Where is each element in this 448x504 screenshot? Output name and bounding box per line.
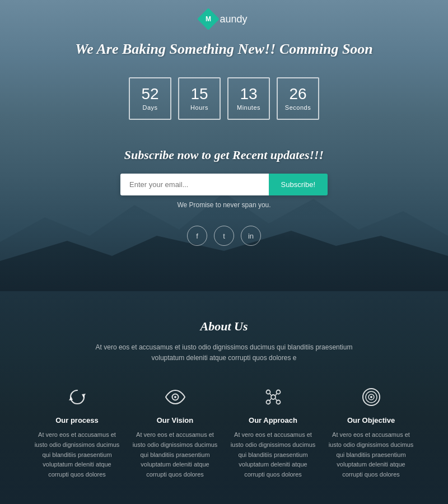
logo-name: aundy <box>220 13 247 25</box>
countdown-days-label: Days <box>142 104 157 111</box>
subscribe-note: We Promise to never span you. <box>120 201 328 209</box>
vision-icon <box>165 386 186 408</box>
svg-line-9 <box>270 394 271 395</box>
countdown-seconds-value: 26 <box>289 86 306 102</box>
countdown-days-value: 52 <box>141 86 158 102</box>
email-input[interactable] <box>120 174 269 195</box>
svg-marker-1 <box>69 396 73 400</box>
subscribe-button[interactable]: Subscribe! <box>269 174 328 195</box>
countdown-seconds-box: 26 Seconds <box>277 77 319 120</box>
svg-point-7 <box>266 400 270 404</box>
svg-marker-0 <box>82 394 86 398</box>
subscribe-form: Subscribe! <box>120 174 328 195</box>
about-title: About Us <box>34 319 414 334</box>
svg-point-6 <box>276 390 280 394</box>
hero-section: M aundy We Are Baking Something New!! Co… <box>0 0 448 291</box>
svg-point-3 <box>174 396 176 398</box>
feature-process-text: At vero eos et accusamus et iusto odio d… <box>34 430 120 479</box>
feature-process: Our process At vero eos et accusamus et … <box>34 386 120 479</box>
countdown-minutes-value: 13 <box>240 86 257 102</box>
features-grid: Our process At vero eos et accusamus et … <box>34 386 414 479</box>
countdown-hours-value: 15 <box>190 86 208 102</box>
feature-approach: Our Approach At vero eos et accusamus et… <box>230 386 316 479</box>
feature-approach-title: Our Approach <box>249 416 297 424</box>
svg-line-10 <box>276 394 277 395</box>
feature-approach-text: At vero eos et accusamus et iusto odio d… <box>230 430 316 479</box>
svg-point-4 <box>271 395 276 399</box>
approach-icon <box>263 386 284 408</box>
twitter-label: t <box>223 232 225 240</box>
feature-process-title: Our process <box>55 416 99 424</box>
svg-line-11 <box>270 399 271 400</box>
feature-vision-title: Our Vision <box>157 416 194 424</box>
feature-vision: Our Vision At vero eos et accusamus et i… <box>132 386 218 479</box>
logo-letter: M <box>206 15 211 23</box>
contact-section: ✉ GET IN TOUCH Lorem ipsum dolor sit ame… <box>0 502 448 504</box>
countdown-hours-label: Hours <box>190 104 208 111</box>
countdown-hours-box: 15 Hours <box>178 77 221 120</box>
countdown-minutes-box: 13 Minutes <box>227 77 270 120</box>
hero-headline: We Are Baking Something New!! Comming So… <box>75 41 373 58</box>
logo: M aundy <box>200 11 247 27</box>
linkedin-icon[interactable]: in <box>241 226 261 246</box>
countdown: 52 Days 15 Hours 13 Minutes 26 Seconds <box>129 77 319 120</box>
objective-icon <box>361 386 382 408</box>
facebook-icon[interactable]: f <box>187 226 207 246</box>
feature-objective-title: Our Objective <box>347 416 395 424</box>
process-icon <box>67 386 88 408</box>
feature-objective: Our Objective At vero eos et accusamus e… <box>328 386 414 479</box>
logo-diamond: M <box>198 8 220 30</box>
countdown-days-box: 52 Days <box>129 77 171 120</box>
subscribe-title: Subscribe now to get Recent updates!!! <box>120 148 328 162</box>
subscribe-section: Subscribe now to get Recent updates!!! S… <box>109 148 339 209</box>
feature-vision-text: At vero eos et accusamus et iusto odio d… <box>132 430 218 479</box>
about-description: At vero eos et accusamus et iusto odio d… <box>90 342 358 363</box>
svg-point-8 <box>276 400 280 404</box>
facebook-label: f <box>196 232 198 240</box>
social-icons: f t in <box>187 226 261 246</box>
svg-point-16 <box>370 396 372 398</box>
about-section: About Us At vero eos et accusamus et ius… <box>0 291 448 502</box>
linkedin-label: in <box>248 232 254 240</box>
svg-point-5 <box>266 390 270 394</box>
svg-line-12 <box>276 399 277 400</box>
feature-objective-text: At vero eos et accusamus et iusto odio d… <box>328 430 414 479</box>
countdown-seconds-label: Seconds <box>285 104 311 111</box>
twitter-icon[interactable]: t <box>214 226 234 246</box>
countdown-minutes-label: Minutes <box>237 104 260 111</box>
